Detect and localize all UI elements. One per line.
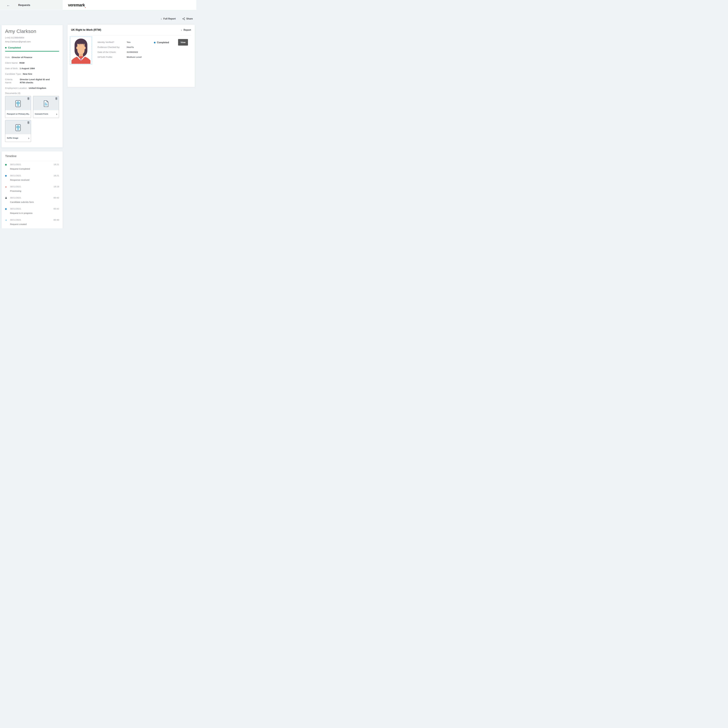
document-preview (5, 96, 31, 110)
timeline-event: Request Completed (10, 167, 59, 170)
field-label: Date of Birth: (5, 67, 18, 70)
field-value: 31/09/2022 (127, 50, 138, 54)
view-button[interactable]: View (178, 39, 188, 46)
candidate-phone: (+44) 01235645854 (5, 37, 59, 39)
document-label: Consent Form (35, 113, 56, 115)
document-tile-selfie[interactable]: Selfie image › (5, 120, 31, 142)
timeline-entry: 30/11/2021 00:42 Candidate submits form (5, 196, 59, 203)
document-icon (43, 100, 49, 107)
document-label-row: Selfie image › (5, 134, 31, 142)
status-ring-icon (5, 47, 6, 49)
timeline-entry: 30/11/2021 18:21 Response received (5, 174, 59, 181)
veremark-logo: veremark. (68, 0, 86, 10)
timeline-time: 00:42 (54, 196, 59, 199)
chevron-right-icon: › (28, 136, 29, 139)
field-value: Director Level digital ID and RTW checks (20, 78, 52, 84)
field-candidate-type: Candidate Type: New hire (5, 72, 59, 75)
field-date-of-check: Date of the Check: 31/09/2022 (98, 50, 142, 54)
timeline-entry: 30/11/2021 18:21 Request Completed (5, 163, 59, 170)
status-dot-green-icon (5, 164, 8, 166)
share-button[interactable]: Share (182, 17, 193, 20)
document-label: Selfie image (7, 137, 28, 139)
check-status-badge: Completed (154, 41, 169, 44)
page-title: Requests (18, 0, 30, 10)
timeline-date: 30/11/2021 (10, 196, 21, 199)
trash-icon[interactable] (55, 97, 58, 100)
document-tile-passport[interactable]: Passport or Primary ID › (5, 96, 31, 118)
document-tile-consent-form[interactable]: Consent Form › (33, 96, 59, 118)
field-value: Medium Level (127, 56, 142, 58)
field-role: Role: Director of Finance (5, 56, 59, 59)
field-value: 1 August 1984 (20, 67, 35, 70)
timeline-time: 18:19 (54, 185, 59, 188)
check-header: UK Right to Work (RTW) ↓ Report (67, 25, 195, 35)
candidate-photo (70, 36, 92, 65)
report-label: Report (184, 29, 191, 31)
documents-grid: Passport or Primary ID › (5, 96, 59, 142)
timeline-time: 00:42 (54, 207, 59, 210)
candidate-card: Amy Clarkson (+44) 01235645854 Amy.Clark… (2, 25, 63, 147)
field-label: Candidate Type: (5, 72, 21, 75)
top-bar: ← Requests veremark. (0, 0, 196, 10)
person-icon (5, 197, 8, 199)
status-dot-blue-icon (154, 42, 156, 43)
timeline-event: Response received (10, 178, 59, 181)
timeline-event: Candidate submits form (10, 200, 59, 203)
status-progress-bar (5, 51, 59, 52)
timeline-event: Request created (10, 223, 59, 226)
check-status-label: Completed (157, 41, 169, 44)
timeline-entry: ➤ 30/11/2021 18:19 Processing (5, 185, 59, 193)
field-label: Employment Location: (5, 87, 28, 90)
candidate-fields: Role: Director of Finance Client Name: R… (5, 56, 59, 90)
field-value: Yes (127, 41, 131, 44)
documents-title: Documents (4) (5, 92, 59, 95)
candidate-name: Amy Clarkson (5, 28, 59, 34)
field-label: Criteria Name: (5, 78, 18, 84)
report-actions: ↓ Full Report Share (161, 17, 193, 20)
timeline-time: 18:21 (54, 163, 59, 166)
trash-icon[interactable] (27, 121, 29, 124)
logo-text: veremark (68, 3, 85, 8)
document-label-row: Consent Form › (33, 110, 59, 118)
timeline-entry: ➤ 30/11/2021 00:40 Request created (5, 218, 59, 226)
passport-icon (15, 124, 21, 131)
field-date-of-birth: Date of Birth: 1 August 1984 (5, 67, 59, 70)
document-preview (33, 96, 59, 110)
field-label: Evidence Checked by: (98, 46, 127, 49)
field-label: Client Name: (5, 61, 18, 64)
check-body: Identity Verified? Yes Evidence Checked … (67, 35, 195, 87)
chevron-right-icon: › (56, 113, 57, 115)
document-label: Passport or Primary ID (7, 113, 28, 115)
status-dot-blue-icon (5, 174, 8, 177)
timeline-entry: 30/11/2021 00:42 Request is in progress (5, 207, 59, 215)
top-bar-left-section: ← Requests (0, 0, 63, 10)
arrow-left-lightblue-icon: ➤ (5, 219, 8, 221)
check-title: UK Right to Work (RTW) (71, 28, 101, 31)
passport-icon (15, 100, 21, 107)
field-label: Role: (5, 56, 10, 59)
timeline-title: Timeline (5, 154, 59, 158)
download-icon: ↓ (181, 28, 182, 31)
timeline-entries: 30/11/2021 18:21 Request Completed 30/11… (5, 163, 59, 226)
chevron-right-icon: › (28, 113, 29, 115)
candidate-status: Completed (5, 46, 59, 49)
timeline-time: 00:40 (54, 218, 59, 221)
report-button[interactable]: ↓ Report (181, 28, 191, 31)
back-arrow-icon: ← (6, 3, 10, 7)
timeline-event: Request is in progress (10, 211, 59, 215)
timeline-event: Processing (10, 190, 59, 193)
share-icon (182, 17, 185, 20)
timeline-date: 30/11/2021 (10, 163, 21, 166)
check-fields: Identity Verified? Yes Evidence Checked … (98, 41, 142, 61)
share-label: Share (187, 17, 193, 20)
field-value: New hire (23, 72, 32, 75)
trash-icon[interactable] (27, 97, 29, 100)
back-button[interactable]: ← (6, 3, 11, 8)
arrow-right-red-icon: ➤ (5, 186, 8, 188)
full-report-button[interactable]: ↓ Full Report (161, 17, 176, 20)
field-label: GPG45 Profile: (98, 56, 127, 58)
document-label-row: Passport or Primary ID › (5, 110, 31, 118)
field-label: Identity Verified? (98, 41, 127, 44)
field-evidence-checked-by: Evidence Checked by: HooYu (98, 46, 142, 49)
field-value: United Kingdom (29, 87, 46, 90)
